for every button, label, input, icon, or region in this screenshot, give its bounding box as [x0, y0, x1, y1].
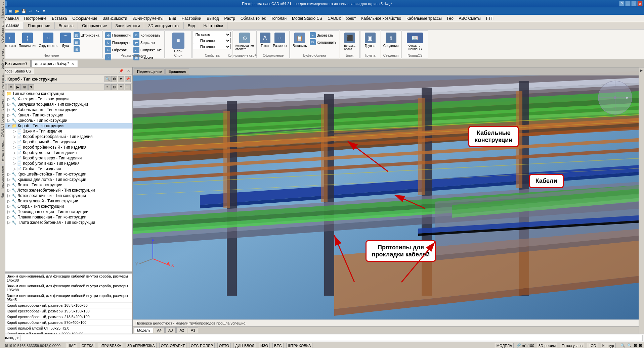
- tree-item-x-section[interactable]: ▷ 🔧 Х-секция - Тип конструкции: [0, 96, 132, 102]
- status-osnap[interactable]: оПРИВЯЗКА: [98, 343, 123, 348]
- menu-output[interactable]: Вывод: [204, 15, 221, 21]
- panel-close[interactable]: ✕: [126, 69, 131, 73]
- side-label-lib1[interactable]: Библиотека с...: [0, 44, 5, 71]
- btn-polyline[interactable]: ⟩ Полилиния: [18, 32, 37, 48]
- toolbar-btn3[interactable]: ▶: [15, 84, 21, 90]
- status-show-nodes[interactable]: Показ узлов: [560, 343, 584, 348]
- right-panel-handle[interactable]: ▶: [639, 67, 644, 73]
- tree-search[interactable]: 🔍: [104, 76, 111, 82]
- tree-item-lotok-lest[interactable]: ▷ 🔧 Лоток лестничный - Тип конструкции: [0, 193, 132, 198]
- tree-area[interactable]: ▼ 📁 Тип кабельной конструкции ▷ 🔧 Х-секц…: [0, 91, 132, 271]
- menu-cable-mgmt[interactable]: Кабельное хозяйство: [358, 15, 404, 21]
- toolbar-more[interactable]: ⋯: [125, 84, 131, 90]
- tree-item-cable-type[interactable]: ▼ 📁 Тип кабельной конструкции: [0, 91, 132, 96]
- toolbar-btn2[interactable]: ⊕: [8, 84, 14, 90]
- model-tab-model[interactable]: Модель: [134, 327, 153, 333]
- menu-build[interactable]: Построение: [22, 15, 49, 21]
- tree-item-korob[interactable]: ▼ 📁 Короб - Тип конструкции: [0, 123, 132, 129]
- side-label-tasks[interactable]: Задачи: [0, 98, 5, 112]
- minimize-btn[interactable]: —: [625, 1, 631, 6]
- panel-pin[interactable]: 📌: [118, 69, 125, 73]
- status-iso[interactable]: ИЗО: [259, 343, 270, 348]
- tree-item-korob-pryam[interactable]: ▷ 📄 Короб прямой - Тип изделия: [0, 139, 132, 145]
- model-tab-a2[interactable]: А2: [176, 327, 187, 333]
- bottom-panel[interactable]: 🔩 Зажим оцинкованный, для фиксации кабел…: [0, 273, 132, 334]
- side-label-tracing[interactable]: Трассирование: [0, 164, 5, 191]
- zoom-fit[interactable]: ⊡: [633, 343, 638, 348]
- lp-tab-model-studio[interactable]: Model Studio CS: [1, 68, 34, 74]
- status-ortho[interactable]: ОРТО: [217, 343, 231, 348]
- btn-mirror[interactable]: ⇌Зеркало: [132, 39, 163, 46]
- tab-view[interactable]: Вид: [184, 22, 200, 29]
- btn-table[interactable]: ⊞: [73, 46, 100, 53]
- viewport[interactable]: X Y Перемещение Вращение Кабельныеконстр…: [133, 67, 639, 334]
- list-item-3[interactable]: 🔩 Зажим оцинкованный, для фиксации кабел…: [0, 293, 132, 303]
- btn-move[interactable]: ✛Перенести: [104, 32, 132, 39]
- tree-item-skoba[interactable]: ▷ 📄 Скоба - Тип изделия: [0, 166, 132, 171]
- tree-item-korob-uglov[interactable]: ▷ 📄 Короб угловой - Тип изделия: [0, 150, 132, 155]
- doc-tab-unnamed[interactable]: Без имени0: [1, 60, 31, 67]
- command-input[interactable]: [20, 335, 643, 341]
- btn-group[interactable]: ▣ Группа: [364, 32, 377, 48]
- menu-3d-tools[interactable]: 3D-инструменты: [130, 15, 166, 21]
- btn-norma[interactable]: 📖 ОткрытьNormaCS: [406, 32, 424, 51]
- list-item-2[interactable]: 🔩 Зажим оцинкованный, для фиксации кабел…: [0, 283, 132, 293]
- tree-item-planka[interactable]: ▷ 🔧 Планка подвесная - Тип конструкции: [0, 214, 132, 220]
- status-weight[interactable]: ВЕС: [272, 343, 284, 348]
- tree-item-korob-troi[interactable]: ▷ 📄 Короб тройниковый - Тип изделия: [0, 145, 132, 150]
- btn-cut[interactable]: ✂Вырезать: [309, 32, 338, 39]
- btn-arc[interactable]: ⌒ Дуга: [59, 32, 72, 48]
- tab-deps[interactable]: Зависимости: [112, 22, 144, 29]
- btn-trim[interactable]: ✂Обрезать: [104, 47, 132, 53]
- color-dropdown[interactable]: — По слою: [194, 38, 231, 43]
- qa-open[interactable]: 📂: [14, 8, 20, 14]
- status-3dsnap[interactable]: 3D оПРИВЯЗКА: [126, 343, 157, 348]
- tree-settings[interactable]: ⚙: [111, 76, 117, 82]
- qa-redo[interactable]: ↪: [34, 8, 40, 14]
- tree-item-opora[interactable]: ▷ 🔧 Опора - Тип конструкции: [0, 204, 132, 209]
- tab-build[interactable]: Построение: [24, 22, 55, 29]
- menu-insert[interactable]: Вставка: [49, 15, 70, 21]
- tree-item-korob-krest[interactable]: ▷ 📄 Короб крестообразный - Тип изделия: [0, 134, 132, 139]
- menu-model-studio[interactable]: Model Studio CS: [289, 15, 325, 21]
- tree-item-kryshka[interactable]: ▷ 🔧 Крышка для лотка - Тип конструкции: [0, 177, 132, 182]
- toolbar-btn4[interactable]: ⊞: [22, 84, 28, 90]
- menu-cadlib[interactable]: CADLib Проект: [325, 15, 358, 21]
- tree-item-lotok-zb[interactable]: ▷ 🔧 Лоток железобетонный - Тип конструкц…: [0, 188, 132, 193]
- tree-item-zazhim[interactable]: ▷ 📄 Зажим - Тип изделия: [0, 129, 132, 134]
- zoom-out[interactable]: 🔍: [620, 343, 626, 348]
- menu-abc[interactable]: АВС Сметы: [456, 15, 483, 21]
- btn-copy2[interactable]: ⧉Копировать: [309, 39, 338, 46]
- toolbar-dropdown[interactable]: ▼: [28, 84, 34, 90]
- doc-tab-close[interactable]: ✕: [71, 62, 74, 66]
- status-ots-polar[interactable]: ОТС-ПОЛЯР: [189, 343, 215, 348]
- close-btn[interactable]: ✕: [637, 1, 643, 6]
- menu-raster[interactable]: Растр: [222, 15, 238, 21]
- side-label-chat[interactable]: Чат: [0, 191, 5, 200]
- tree-item-zaglushka[interactable]: ▷ 🔧 Заглушка торцевая - Тип конструкции: [0, 102, 132, 107]
- list-item-1[interactable]: 🔩 Зажим оцинкованный, для фиксации кабел…: [0, 274, 132, 283]
- tab-design[interactable]: Оформление: [78, 22, 111, 29]
- side-label-props[interactable]: Свойства зл...: [0, 19, 5, 44]
- status-step[interactable]: ШАГ: [66, 343, 77, 348]
- list-item-6[interactable]: 📦 Короб крестообразный, размеры 218,5x20…: [0, 314, 132, 320]
- zoom-window[interactable]: ⊞: [638, 343, 643, 348]
- list-item-7[interactable]: 📦 Короб крестообразный, размеры 870x400x…: [0, 320, 132, 326]
- btn-info[interactable]: ℹ Сведения: [382, 32, 400, 48]
- btn-circle[interactable]: ○ Окружность: [38, 32, 58, 48]
- menu-geo[interactable]: Гео: [444, 15, 456, 21]
- tab-settings[interactable]: Настройки: [199, 22, 227, 29]
- tree-item-korob-ugol-down[interactable]: ▷ 📄 Короб угол вниз - Тип изделия: [0, 161, 132, 166]
- menu-topolan[interactable]: Тополан: [268, 15, 289, 21]
- tree-item-perekhod[interactable]: ▷ 🔧 Переходная секция - Тип конструкции: [0, 209, 132, 214]
- btn-gradient[interactable]: ▦: [73, 39, 100, 46]
- qa-more[interactable]: ▼: [41, 8, 47, 14]
- zoom-in[interactable]: 🔍: [627, 343, 633, 348]
- tree-item-kronshtein[interactable]: ▷ 🔧 Кронштейн-стойка - Тип конструкции: [0, 171, 132, 177]
- qa-new[interactable]: ⊞: [7, 8, 13, 14]
- list-item-4[interactable]: 📦 Короб крестообразный, размеры 168,5x10…: [0, 303, 132, 308]
- list-item-9[interactable]: 📦 Короб прямой глухой, размеры 2000x100x…: [0, 331, 132, 334]
- menu-design[interactable]: Оформление: [70, 15, 100, 21]
- maximize-btn[interactable]: □: [631, 1, 637, 6]
- status-grid[interactable]: СЕТКА: [80, 343, 95, 348]
